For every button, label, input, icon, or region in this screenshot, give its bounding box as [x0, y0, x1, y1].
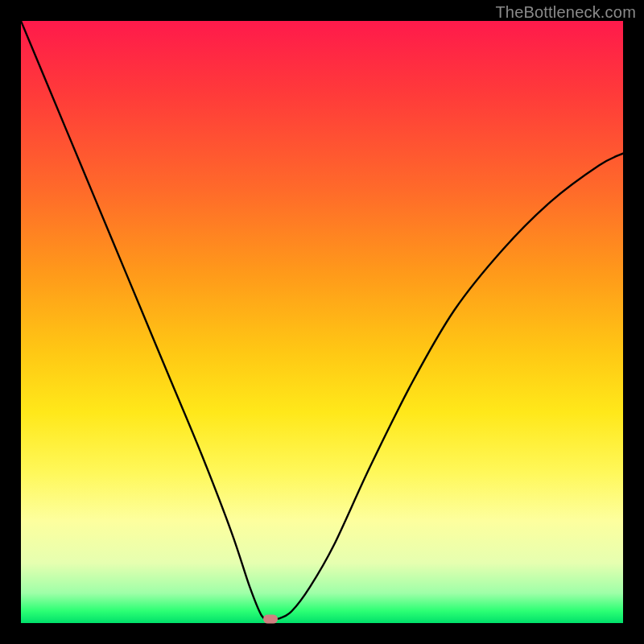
bottleneck-curve	[21, 21, 623, 623]
chart-frame: TheBottleneck.com	[0, 0, 644, 644]
minimum-marker	[263, 614, 278, 623]
plot-area	[21, 21, 623, 623]
watermark-label: TheBottleneck.com	[495, 3, 636, 22]
